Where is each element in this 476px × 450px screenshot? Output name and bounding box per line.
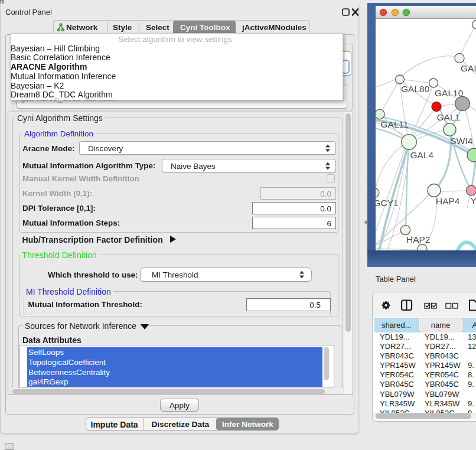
svg-text:GAL1: GAL1 [437, 112, 461, 122]
svg-text:GAL7: GAL7 [461, 63, 476, 73]
svg-text:SWI4: SWI4 [451, 136, 473, 146]
svg-text:GAL10: GAL10 [435, 88, 464, 98]
svg-text:GAL11: GAL11 [381, 119, 409, 129]
svg-text:GCY1: GCY1 [376, 198, 399, 208]
svg-text:HAP4: HAP4 [436, 196, 460, 206]
svg-text:GAL80: GAL80 [401, 84, 430, 94]
svg-text:HAP2: HAP2 [406, 234, 431, 244]
svg-text:GAL4: GAL4 [410, 150, 434, 160]
svg-text:YE: YE [471, 195, 476, 206]
